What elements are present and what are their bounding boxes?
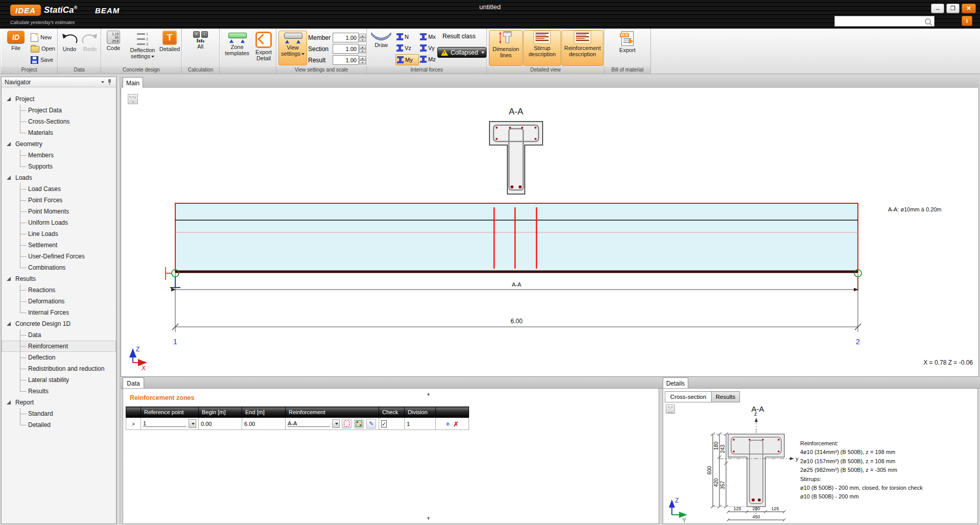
- nav-item-detailed[interactable]: Detailed: [2, 419, 116, 431]
- info-button[interactable]: i: [962, 16, 972, 26]
- nav-item-supports[interactable]: Supports: [2, 161, 116, 172]
- tree-expanded-icon[interactable]: [7, 142, 11, 146]
- row-selector[interactable]: >: [126, 418, 141, 430]
- tab-data[interactable]: Data: [123, 377, 144, 389]
- reinforcement-description-button[interactable]: Reinforcement description: [562, 30, 603, 66]
- dimension-lines-button[interactable]: Dimension lines: [489, 30, 523, 66]
- nav-item-line-loads[interactable]: Line Loads: [2, 228, 116, 240]
- nav-item-settlement[interactable]: Settlement: [2, 240, 116, 251]
- stirrup-description-button[interactable]: Stirrup description: [523, 30, 561, 66]
- scroll-up-icon[interactable]: ▲: [426, 391, 431, 396]
- export-button[interactable]: XLS Export: [615, 31, 640, 53]
- beam-elevation[interactable]: [175, 203, 858, 272]
- export-detail-button[interactable]: Export Detail: [252, 32, 275, 61]
- nav-item-concrete-design-1d[interactable]: Concrete Design 1D: [2, 318, 116, 329]
- stirrup-edit-button[interactable]: [342, 419, 352, 428]
- nav-item-cross-sections[interactable]: Cross-Sections: [2, 116, 116, 127]
- navigator-header[interactable]: Navigator: [2, 77, 116, 87]
- nav-item-project[interactable]: Project: [2, 93, 116, 105]
- rebar-edit-button[interactable]: [354, 419, 364, 428]
- save-button[interactable]: Save: [31, 55, 53, 64]
- vertical-splitter[interactable]: [116, 77, 121, 524]
- tree-connector: [20, 408, 27, 414]
- nav-item-user-defined-forces[interactable]: User-Defined Forces: [2, 251, 116, 262]
- search-box[interactable]: [834, 16, 935, 27]
- nav-item-load-cases[interactable]: Load Cases: [2, 183, 116, 195]
- division-cell[interactable]: 1: [405, 418, 436, 430]
- n-force-icon: [396, 33, 403, 40]
- view-settings-button[interactable]: View settings: [278, 31, 307, 65]
- nav-item-point-moments[interactable]: Point Moments: [2, 206, 116, 217]
- nav-item-reinforcement[interactable]: Reinforcement: [2, 341, 116, 352]
- code-button[interactable]: 1,159025.8 Code: [102, 31, 125, 51]
- tree-expanded-icon[interactable]: [7, 322, 11, 326]
- calculate-all-button[interactable]: +- All: [190, 31, 211, 50]
- tree-expanded-icon[interactable]: [7, 176, 11, 180]
- maximize-button[interactable]: ❒: [946, 4, 960, 13]
- zone-templates-button[interactable]: Zone templates: [222, 32, 252, 56]
- nav-item-results[interactable]: Results: [2, 273, 116, 284]
- member-scale-spinner[interactable]: ▲▼: [359, 34, 366, 42]
- nav-item-reactions[interactable]: Reactions: [2, 284, 116, 296]
- force-vz-button[interactable]: Vz: [395, 43, 418, 53]
- nav-item-lateral-stability[interactable]: Lateral stability: [2, 374, 116, 386]
- result-scale-input[interactable]: 1.00: [333, 55, 359, 65]
- pin-icon[interactable]: [107, 79, 112, 85]
- scroll-down-icon[interactable]: ▼: [426, 516, 431, 521]
- add-row-button[interactable]: +: [446, 419, 450, 428]
- nav-item-materials[interactable]: Materials: [2, 127, 116, 138]
- search-input[interactable]: [835, 17, 925, 25]
- tree-expanded-icon[interactable]: [7, 400, 11, 404]
- deflection-settings-button[interactable]: 1 2 3 Deflection settings: [126, 31, 159, 59]
- nav-item-combinations[interactable]: Combinations: [2, 262, 116, 273]
- nav-item-results[interactable]: Results: [2, 386, 116, 397]
- window-title: untitled: [0, 3, 980, 11]
- minimize-button[interactable]: –: [931, 4, 944, 13]
- navigator-dropdown-icon[interactable]: [101, 81, 104, 85]
- new-button[interactable]: New: [31, 33, 52, 42]
- tab-main[interactable]: Main: [123, 77, 143, 88]
- file-button[interactable]: ID File: [4, 31, 28, 51]
- section-scale-input[interactable]: 1.00: [333, 44, 359, 54]
- section-scale-spinner[interactable]: ▲▼: [359, 45, 366, 53]
- reference-point-cell[interactable]: 1: [141, 418, 199, 430]
- force-my-button[interactable]: My: [395, 54, 419, 65]
- dropdown-button[interactable]: [189, 419, 196, 428]
- redo-button[interactable]: Redo: [80, 32, 100, 52]
- nav-item-report[interactable]: Report: [2, 397, 116, 408]
- nav-item-members[interactable]: Members: [2, 150, 116, 161]
- close-button[interactable]: ✕: [962, 4, 976, 13]
- nav-item-uniform-loads[interactable]: Uniform Loads: [2, 217, 116, 228]
- tree-expanded-icon[interactable]: [7, 97, 11, 101]
- check-checkbox[interactable]: ✓: [381, 420, 387, 427]
- tree-expanded-icon[interactable]: [7, 277, 11, 281]
- nav-item-data[interactable]: Data: [2, 329, 116, 341]
- nav-item-loads[interactable]: Loads: [2, 172, 116, 183]
- beam-drawing[interactable]: A-A: [121, 88, 979, 377]
- detailed-button[interactable]: T Detailed: [158, 31, 181, 52]
- nav-item-deformations[interactable]: Deformations: [2, 296, 116, 307]
- result-scale-spinner[interactable]: ▲▼: [359, 56, 366, 64]
- nav-item-deflection[interactable]: Deflection: [2, 352, 116, 363]
- nav-item-standard[interactable]: Standard: [2, 408, 116, 419]
- open-button[interactable]: Open: [31, 44, 55, 53]
- tab-details[interactable]: Details: [663, 377, 688, 389]
- edit-pencil-button[interactable]: ✎: [366, 419, 376, 428]
- force-mx-button[interactable]: Mx: [419, 32, 441, 42]
- nav-item-geometry[interactable]: Geometry: [2, 138, 116, 150]
- nav-item-redistribution-and-reduction[interactable]: Redistribution and reduction: [2, 363, 116, 374]
- result-class-dropdown[interactable]: ! Collapsed: [437, 47, 486, 58]
- nav-item-internal-forces[interactable]: Internal Forces: [2, 307, 116, 318]
- dropdown-button[interactable]: [332, 419, 340, 428]
- nav-item-project-data[interactable]: Project Data: [2, 105, 116, 116]
- delete-row-button[interactable]: ✗: [453, 420, 459, 428]
- force-n-button[interactable]: N: [395, 32, 418, 42]
- begin-cell[interactable]: 0.00: [199, 418, 242, 430]
- draw-button[interactable]: Draw: [369, 32, 393, 48]
- undo-button[interactable]: Undo: [59, 32, 80, 52]
- member-scale-input[interactable]: 1.00: [333, 33, 359, 42]
- end-cell[interactable]: 6.00: [242, 418, 286, 430]
- check-cell[interactable]: ✓: [379, 418, 405, 430]
- nav-item-point-forces[interactable]: Point Forces: [2, 195, 116, 206]
- reinforcement-cell[interactable]: A-A ✎: [286, 418, 379, 430]
